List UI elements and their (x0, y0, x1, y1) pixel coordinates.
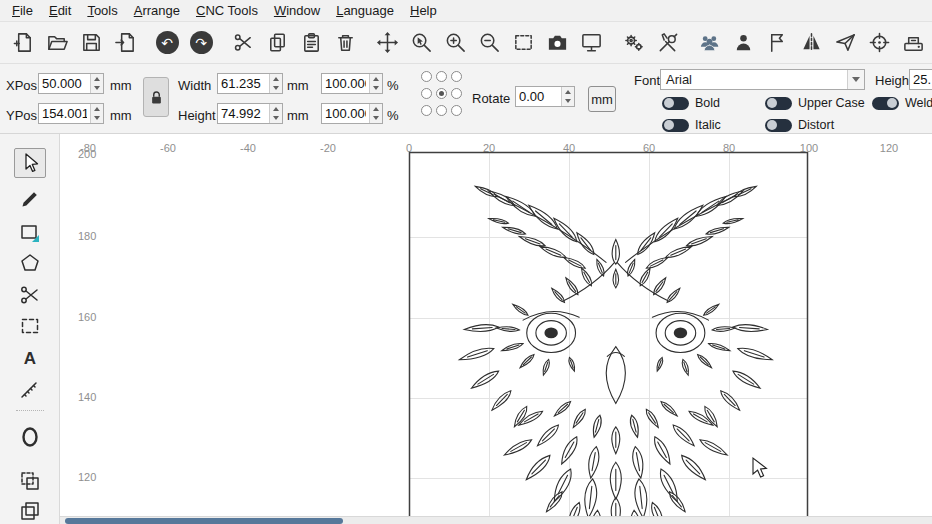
anchor-radio[interactable] (451, 88, 462, 99)
menu-cnc-tools[interactable]: CNC Tools (188, 1, 266, 20)
units-mm-button[interactable]: mm (588, 86, 616, 112)
distort-toggle[interactable]: Distort (765, 118, 834, 132)
mirror-button[interactable] (796, 27, 826, 59)
cut-path-tool[interactable] (14, 280, 46, 310)
scale-x-input[interactable] (322, 74, 369, 93)
anchor-radio[interactable] (421, 88, 432, 99)
monitor-button[interactable] (576, 27, 606, 59)
xpos-spinner[interactable] (90, 74, 103, 93)
height-spinner[interactable] (269, 104, 282, 123)
uppercase-toggle[interactable]: Upper Case (765, 96, 865, 110)
height-input[interactable] (218, 104, 269, 123)
menu-file[interactable]: File (4, 1, 41, 20)
polygon-tool[interactable] (14, 248, 46, 278)
font-height-input[interactable] (910, 70, 932, 89)
rotate-input[interactable] (516, 87, 561, 106)
menu-language[interactable]: Language (328, 1, 402, 20)
width-spinner[interactable] (269, 74, 282, 93)
origin-button[interactable] (864, 27, 894, 59)
toggle-switch-off[interactable] (765, 97, 792, 110)
duplicate-tool[interactable] (14, 466, 46, 496)
zoom-pointer-button[interactable] (406, 27, 436, 59)
copy-button[interactable] (262, 27, 292, 59)
toggle-switch-off[interactable] (662, 97, 689, 110)
bold-toggle[interactable]: Bold (662, 96, 720, 110)
menu-edit[interactable]: Edit (41, 1, 79, 20)
scrollbar-thumb[interactable] (65, 518, 343, 524)
open-button[interactable] (42, 27, 72, 59)
scale-y-input[interactable] (322, 104, 369, 123)
new-file-button[interactable] (8, 27, 38, 59)
menu-help[interactable]: Help (402, 1, 445, 20)
save-button[interactable] (76, 27, 106, 59)
menu-window[interactable]: Window (266, 1, 328, 20)
owl-drawing[interactable] (458, 184, 774, 516)
move-button[interactable] (372, 27, 402, 59)
import-button[interactable] (110, 27, 140, 59)
selection-marquee-button[interactable] (508, 27, 538, 59)
scale-y-field[interactable] (321, 103, 383, 124)
anchor-radio[interactable] (421, 71, 432, 82)
draw-pen-tool[interactable] (14, 184, 46, 214)
ypos-spinner[interactable] (90, 104, 103, 123)
settings-button[interactable] (618, 27, 648, 59)
anchor-radio-selected[interactable] (436, 88, 447, 99)
select-tool[interactable] (14, 148, 46, 178)
width-input[interactable] (218, 74, 269, 93)
chevron-down-icon[interactable] (847, 70, 864, 89)
ypos-input[interactable] (39, 104, 90, 123)
palette-separator (16, 410, 44, 411)
machine-tools-button[interactable] (652, 27, 682, 59)
anchor-radio[interactable] (421, 105, 432, 116)
scale-x-field[interactable] (321, 73, 383, 94)
width-field[interactable] (217, 73, 283, 94)
node-select-tool[interactable] (14, 311, 46, 341)
ellipse-tool[interactable] (14, 422, 46, 452)
xpos-field[interactable] (38, 73, 104, 94)
welded-toggle[interactable]: Welded (872, 96, 932, 110)
text-tool[interactable]: A (14, 343, 46, 373)
user-button[interactable] (728, 27, 758, 59)
redo-button[interactable]: ↷ (186, 27, 216, 59)
measure-tool[interactable] (14, 374, 46, 404)
send-button[interactable] (830, 27, 860, 59)
anchor-radio[interactable] (451, 105, 462, 116)
horizontal-scrollbar[interactable] (60, 516, 932, 524)
zoom-out-button[interactable] (474, 27, 504, 59)
flag-button[interactable] (762, 27, 792, 59)
anchor-radio[interactable] (451, 71, 462, 82)
paste-button[interactable] (296, 27, 326, 59)
layers-tool[interactable] (14, 496, 46, 524)
ypos-unit: mm (110, 105, 132, 126)
cut-button[interactable] (228, 27, 258, 59)
user-group-button[interactable] (694, 27, 724, 59)
anchor-radio[interactable] (436, 105, 447, 116)
ypos-field[interactable] (38, 103, 104, 124)
font-family-combo[interactable]: Arial (660, 69, 865, 90)
toggle-switch-off[interactable] (765, 119, 792, 132)
rotate-field[interactable] (515, 86, 575, 107)
ellipse-icon (18, 425, 42, 449)
scale-y-spinner[interactable] (369, 104, 382, 123)
height-field[interactable] (217, 103, 283, 124)
zoom-in-button[interactable] (440, 27, 470, 59)
anchor-radio[interactable] (436, 71, 447, 82)
menu-arrange[interactable]: Arrange (126, 1, 188, 20)
menu-tools[interactable]: Tools (79, 1, 125, 20)
camera-button[interactable] (542, 27, 572, 59)
italic-toggle[interactable]: Italic (662, 118, 721, 132)
xpos-input[interactable] (39, 74, 90, 93)
font-height-field[interactable] (909, 69, 932, 90)
machine-button[interactable] (898, 27, 928, 59)
scale-x-spinner[interactable] (369, 74, 382, 93)
toggle-switch-on[interactable] (872, 97, 899, 110)
rectangle-tool[interactable] (14, 218, 46, 248)
aspect-lock-button[interactable] (143, 77, 169, 117)
canvas-area: -80 -60 -40 -20 0 20 40 60 80 100 120 20… (60, 134, 932, 516)
delete-button[interactable] (330, 27, 360, 59)
undo-button[interactable]: ↶ (152, 27, 182, 59)
toggle-switch-off[interactable] (662, 119, 689, 132)
rotate-spinner[interactable] (561, 87, 574, 106)
uppercase-toggle-label: Upper Case (798, 96, 865, 110)
canvas[interactable] (60, 134, 932, 516)
